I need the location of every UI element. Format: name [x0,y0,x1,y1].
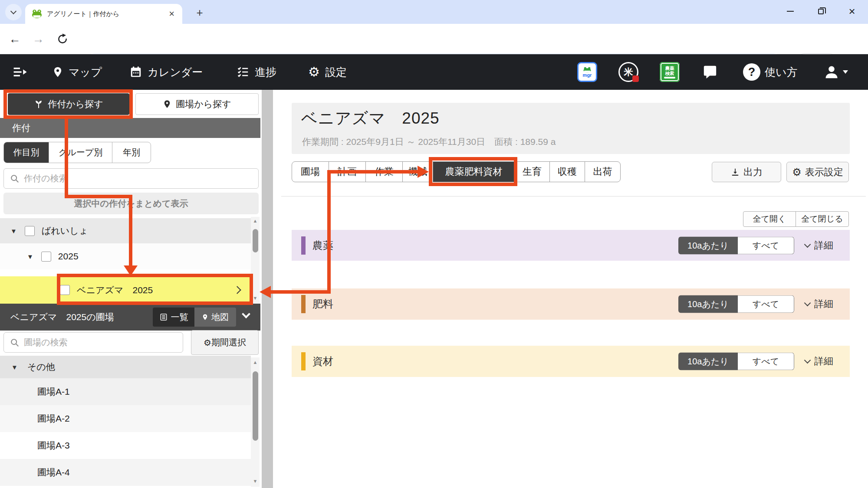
field-group-row[interactable]: ▼ その他 [0,356,251,378]
planting-section-title: 作付 [12,122,30,134]
field-list-scrollbar[interactable]: ▲ ▼ [251,357,260,487]
nav-item-account[interactable] [824,54,848,90]
tab-close-icon[interactable]: × [167,9,176,19]
field-row-a2[interactable]: 圃場A-2 [0,405,251,432]
display-settings-label: 表示設定 [805,166,843,179]
nav-item-calendar[interactable]: カレンダー [129,54,203,90]
nav-item-map[interactable]: マップ [52,54,102,90]
nav-item-settings[interactable]: ⚙ 設定 [308,54,347,90]
tab-harvest[interactable]: 収穫 [550,162,585,182]
category-row-material: 資材 10aあたり すべて 詳細 [292,346,850,377]
search-by-field-label: 圃場から探す [176,98,231,110]
nav-item-help[interactable]: ? 使い方 [743,54,798,90]
expand-all-button[interactable]: 全て開く [743,212,796,226]
app-badge-mgr[interactable]: mgr [577,62,597,82]
filter-tab-by-crop[interactable]: 作目別 [4,142,49,163]
detail-toggle[interactable]: 詳細 [805,298,833,311]
frog-favicon [31,9,43,19]
annotation-arrowhead-right [418,166,429,178]
detail-toggle[interactable]: 詳細 [805,239,833,252]
per-10a-button[interactable]: 10aあたり [678,236,738,254]
export-button[interactable]: 出力 [712,162,781,182]
field-label: 圃場A-1 [37,386,70,398]
chevron-down-icon [804,300,811,307]
scrollbar-thumb[interactable] [253,229,258,252]
forward-button[interactable]: → [30,31,46,47]
tab-search-button[interactable] [5,4,22,20]
list-icon [159,313,168,321]
mgr-frog-icon [582,67,592,72]
tab-growth-label: 生育 [523,165,542,178]
period-select-button[interactable]: ⚙ 期間選択 [191,330,259,355]
category-accent-bar [301,236,306,255]
category-row-fertilizer: 肥料 10aあたり すべて 詳細 [292,288,850,320]
planting-search-box [3,168,259,189]
filter-by-year-label: 年別 [123,147,140,158]
tree-row-crop[interactable]: ▼ ばれいしょ [0,218,251,243]
back-button[interactable]: ← [7,31,23,47]
year-checkbox[interactable] [41,252,51,262]
app-badge-rice[interactable]: 米 [618,62,638,82]
tree-caret-icon[interactable]: ▼ [10,227,17,235]
list-view-button[interactable]: 一覧 [153,308,194,327]
filter-tab-by-year[interactable]: 年別 [112,142,151,163]
tab-title: アグリノート｜作付から [47,10,167,18]
field-row-a3[interactable]: 圃場A-3 [0,432,251,459]
scroll-down-icon[interactable]: ▼ [251,478,260,484]
detail-toggle[interactable]: 詳細 [805,355,833,368]
collapse-all-button[interactable]: 全て閉じる [796,212,848,226]
annotation-box-pfm-tab [429,157,517,186]
browser-tab[interactable]: アグリノート｜作付から × [25,4,182,24]
tab-shipment[interactable]: 出荷 [585,162,620,182]
all-button[interactable]: すべて [738,295,794,313]
scrollbar-thumb[interactable] [253,371,258,441]
nav-item-chat[interactable] [702,54,718,90]
per-10a-button[interactable]: 10aあたり [678,295,738,313]
gear-icon: ⚙ [204,338,211,347]
new-tab-button[interactable]: + [192,5,207,20]
calendar-icon [129,66,142,79]
all-button[interactable]: すべて [738,353,794,370]
period-select-label: 期間選択 [211,337,246,348]
app-badge-pesticide-search[interactable]: 農薬 検索 [660,62,680,82]
nav-calendar-label: カレンダー [148,65,203,79]
scroll-up-icon[interactable]: ▲ [251,218,260,223]
tab-shipment-label: 出荷 [593,165,612,178]
search-by-field-tab[interactable]: 圃場から探す [135,93,259,115]
collapse-all-label: 全て閉じる [801,213,843,225]
field-row-a4[interactable]: 圃場A-4 [0,459,251,486]
nav-settings-label: 設定 [325,65,347,79]
planting-search-input[interactable] [24,174,258,183]
window-close-button[interactable]: × [838,0,865,23]
crop-checkbox[interactable] [25,226,35,236]
all-button[interactable]: すべて [738,236,794,254]
browser-titlebar: アグリノート｜作付から × + × [0,0,868,24]
field-row-a1[interactable]: 圃場A-1 [0,378,251,405]
window-minimize-button[interactable] [777,0,804,23]
map-view-label: 地図 [211,311,229,323]
nav-item-progress[interactable]: 進捗 [237,54,276,90]
window-restore-button[interactable] [807,0,834,23]
detail-label: 詳細 [814,239,833,252]
nav-progress-label: 進捗 [255,65,276,79]
map-view-button[interactable]: 地図 [194,308,236,327]
tab-field[interactable]: 圃場 [292,162,329,182]
filter-tab-by-group[interactable]: グループ別 [49,142,112,163]
sidebar-collapse-button[interactable] [12,54,28,90]
field-pin-icon [163,99,171,109]
chevron-down-icon [10,8,16,14]
tab-harvest-label: 収穫 [558,165,577,178]
crop-label: ばれいしょ [42,225,88,237]
tree-caret-icon[interactable]: ▼ [27,253,33,260]
scroll-up-icon[interactable]: ▲ [251,360,260,365]
per-10a-button[interactable]: 10aあたり [678,353,738,370]
category-row-pesticide: 農薬 10aあたり すべて 詳細 [292,230,850,261]
all-label: すべて [753,239,779,251]
field-search-input[interactable] [24,337,183,347]
display-settings-button[interactable]: ⚙ 表示設定 [786,162,849,182]
tab-growth[interactable]: 生育 [515,162,550,182]
field-search-box [3,332,183,353]
annotation-line [65,195,132,198]
tree-caret-icon[interactable]: ▼ [11,364,18,371]
reload-button[interactable] [55,31,70,47]
